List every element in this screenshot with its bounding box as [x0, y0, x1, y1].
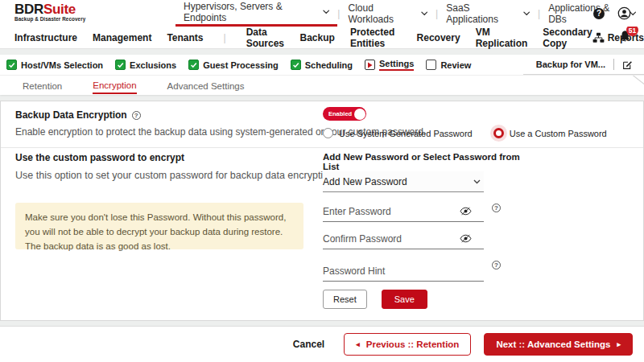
radio-system-generated-password[interactable]: Use System Generated Password — [323, 128, 473, 138]
job-name-tab: Backup for VM... — [523, 55, 644, 75]
radio-label: Use a Custom Password — [510, 129, 607, 138]
password-type-radios: Use System Generated Password Use a Cust… — [323, 128, 607, 138]
toggle-label: Enabled — [323, 110, 352, 117]
wizard-steps: Host/VMs Selection Exclusions Guest Proc… — [6, 55, 471, 75]
save-button[interactable]: Save — [382, 290, 427, 309]
step-current-play-icon — [365, 60, 375, 70]
step-label: Settings — [379, 59, 414, 71]
dropdown-selected-value: Add New Password — [323, 176, 407, 187]
password-hint-input[interactable] — [323, 265, 460, 277]
step-pending-checkbox-icon — [426, 60, 436, 70]
step-settings-current[interactable]: Settings — [365, 59, 414, 71]
menu-protected-entities[interactable]: Protected Entities — [350, 27, 402, 49]
top-navigation: Hypervisors, Servers & Endpoints | Cloud… — [175, 0, 644, 27]
menu-infrastructure[interactable]: Infrastructure — [14, 32, 77, 43]
password-hint-field-wrap — [323, 261, 484, 282]
reset-button[interactable]: Reset — [323, 290, 367, 309]
menu-tenants[interactable]: Tenants — [167, 32, 203, 43]
step-done-check-icon — [115, 60, 126, 70]
radio-custom-password[interactable]: Use a Custom Password — [493, 128, 607, 138]
nav-label: Hypervisors, Servers & Endpoints — [184, 1, 319, 23]
radio-unselected-icon — [323, 128, 333, 138]
logo-text-accent: Suite — [43, 2, 76, 17]
next-button-label: Next :: Advanced Settings — [496, 339, 610, 349]
chevron-down-icon — [473, 179, 481, 184]
step-label: Review — [440, 60, 471, 70]
radio-selected-icon — [493, 128, 504, 138]
tab-advanced-settings[interactable]: Advanced Settings — [167, 78, 245, 93]
step-label: Guest Processing — [203, 60, 279, 70]
step-review[interactable]: Review — [426, 60, 471, 70]
menu-vm-replication[interactable]: VM Replication — [476, 27, 528, 49]
encryption-help-icon[interactable]: ? — [132, 111, 141, 120]
chevron-down-icon — [323, 10, 329, 14]
step-scheduling[interactable]: Scheduling — [291, 60, 353, 70]
menu-bar: Infrastructure Management Tenants | Data… — [0, 27, 644, 49]
previous-button-label: Previous :: Retention — [366, 339, 460, 349]
nav-cloud-workloads[interactable]: Cloud Workloads — [340, 0, 436, 27]
radio-label: Use System Generated Password — [339, 129, 473, 138]
chevron-down-icon — [421, 11, 427, 16]
password-form-title: Add New Password or Select Password from… — [323, 152, 532, 171]
password-select-dropdown[interactable]: Add New Password — [323, 171, 484, 192]
settings-tabs: Retention Encryption Advanced Settings — [0, 75, 644, 95]
step-label: Scheduling — [305, 60, 353, 70]
step-done-check-icon — [188, 60, 199, 70]
right-arrow-icon: ▸ — [617, 340, 621, 348]
step-host-vms-selection[interactable]: Host/VMs Selection — [6, 60, 103, 70]
user-avatar-icon[interactable] — [617, 6, 631, 20]
left-arrow-icon: ◂ — [356, 340, 360, 348]
nav-hypervisors[interactable]: Hypervisors, Servers & Endpoints — [175, 0, 337, 27]
tab-retention[interactable]: Retention — [23, 78, 62, 93]
logo-text-bold: BDR — [14, 2, 43, 17]
password-help-icon[interactable]: ? — [492, 204, 501, 212]
enter-password-field-wrap — [323, 201, 484, 222]
wizard-card: Host/VMs Selection Exclusions Guest Proc… — [0, 55, 644, 95]
step-label: Exclusions — [130, 60, 176, 70]
step-guest-processing[interactable]: Guest Processing — [188, 60, 279, 70]
encryption-enabled-toggle[interactable]: Enabled — [323, 107, 366, 121]
form-buttons: Reset Save — [323, 290, 427, 309]
step-exclusions[interactable]: Exclusions — [115, 60, 176, 70]
notifications-bell[interactable]: 51 — [619, 30, 631, 46]
tab-encryption[interactable]: Encryption — [93, 77, 136, 94]
menu-backup[interactable]: Backup — [300, 32, 335, 43]
encryption-panel: Backup Data Encryption ? Enable encrypti… — [0, 101, 644, 321]
encryption-section-title: Backup Data Encryption — [15, 109, 127, 121]
cancel-button[interactable]: Cancel — [293, 339, 324, 350]
confirm-password-input[interactable] — [323, 233, 460, 245]
bdrsuite-logo[interactable]: BDRSuite Backup & Disaster Recovery — [14, 2, 85, 22]
wizard-footer: Cancel ◂ Previous :: Retention Next :: A… — [0, 326, 644, 362]
toggle-knob — [354, 109, 365, 120]
nav-label: Cloud Workloads — [348, 2, 416, 25]
hint-help-icon[interactable]: ? — [492, 261, 501, 269]
menu-data-sources[interactable]: Data Sources — [246, 27, 285, 49]
eye-slash-icon[interactable] — [460, 234, 472, 243]
previous-button[interactable]: ◂ Previous :: Retention — [344, 333, 471, 356]
nav-label: SaaS Applications — [446, 2, 518, 25]
chevron-down-icon — [523, 11, 530, 16]
custom-password-title: Use the custom password to encrypt — [15, 152, 184, 163]
encryption-section-title-row: Backup Data Encryption ? — [15, 109, 141, 121]
next-button[interactable]: Next :: Advanced Settings ▸ — [484, 333, 633, 356]
edit-icon[interactable] — [622, 60, 633, 70]
eye-slash-icon[interactable] — [460, 207, 472, 216]
menu-secondary-copy[interactable]: Secondary Copy — [543, 27, 592, 49]
custom-password-description: Use this option to set your custom passw… — [15, 170, 334, 181]
enter-password-input[interactable] — [323, 206, 460, 217]
menu-management[interactable]: Management — [93, 32, 151, 43]
step-done-check-icon — [6, 60, 17, 70]
nav-saas-applications[interactable]: SaaS Applications — [438, 0, 538, 27]
confirm-password-field-wrap — [323, 228, 484, 249]
vm-topology-icon[interactable] — [592, 32, 605, 43]
menu-recovery[interactable]: Recovery — [417, 32, 460, 43]
menu-separator: | — [219, 32, 231, 43]
job-tab-divider — [613, 59, 614, 70]
section-divider — [1, 147, 643, 148]
job-name-label: Backup for VM... — [536, 60, 605, 69]
password-loss-warning: Make sure you don't lose this Password. … — [15, 203, 303, 249]
help-icon[interactable]: ? — [593, 8, 605, 19]
step-label: Host/VMs Selection — [21, 60, 103, 70]
app-header: BDRSuite Backup & Disaster Recovery Hype… — [0, 0, 644, 27]
step-done-check-icon — [291, 60, 301, 70]
